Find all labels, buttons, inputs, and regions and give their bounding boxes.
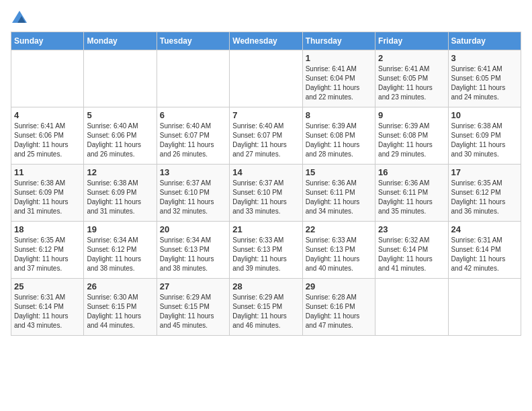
day-number: 8 — [306, 110, 372, 120]
day-info: Sunrise: 6:38 AM Sunset: 6:09 PM Dayligh… — [451, 122, 518, 159]
calendar-day-cell: 12Sunrise: 6:38 AM Sunset: 6:09 PM Dayli… — [84, 165, 157, 222]
day-number: 2 — [378, 53, 445, 63]
day-info: Sunrise: 6:29 AM Sunset: 6:15 PM Dayligh… — [232, 293, 299, 330]
calendar-day-cell — [375, 279, 448, 336]
calendar-day-cell: 27Sunrise: 6:29 AM Sunset: 6:15 PM Dayli… — [157, 279, 229, 336]
calendar-day-cell: 8Sunrise: 6:39 AM Sunset: 6:08 PM Daylig… — [302, 107, 375, 165]
calendar-day-cell: 6Sunrise: 6:40 AM Sunset: 6:07 PM Daylig… — [157, 107, 229, 165]
day-info: Sunrise: 6:37 AM Sunset: 6:10 PM Dayligh… — [232, 179, 299, 216]
calendar-day-cell: 19Sunrise: 6:34 AM Sunset: 6:12 PM Dayli… — [84, 222, 157, 279]
calendar-day-cell: 21Sunrise: 6:33 AM Sunset: 6:13 PM Dayli… — [230, 222, 302, 279]
calendar-header-row: SundayMondayTuesdayWednesdayThursdayFrid… — [11, 32, 521, 50]
logo — [11, 11, 27, 26]
day-info: Sunrise: 6:39 AM Sunset: 6:08 PM Dayligh… — [378, 122, 445, 159]
calendar-day-cell: 9Sunrise: 6:39 AM Sunset: 6:08 PM Daylig… — [375, 107, 448, 165]
calendar-day-cell: 1Sunrise: 6:41 AM Sunset: 6:04 PM Daylig… — [302, 50, 375, 107]
day-info: Sunrise: 6:33 AM Sunset: 6:13 PM Dayligh… — [232, 236, 299, 273]
day-number: 21 — [232, 224, 299, 234]
calendar-week-row: 1Sunrise: 6:41 AM Sunset: 6:04 PM Daylig… — [11, 50, 521, 107]
day-number: 27 — [160, 281, 226, 291]
day-info: Sunrise: 6:37 AM Sunset: 6:10 PM Dayligh… — [160, 179, 226, 216]
calendar-day-cell — [11, 50, 84, 107]
calendar-day-cell: 26Sunrise: 6:30 AM Sunset: 6:15 PM Dayli… — [84, 279, 157, 336]
day-number: 18 — [14, 224, 81, 234]
logo-icon — [12, 11, 27, 23]
day-number: 29 — [306, 281, 372, 291]
day-info: Sunrise: 6:31 AM Sunset: 6:14 PM Dayligh… — [451, 236, 518, 273]
calendar-day-cell: 23Sunrise: 6:32 AM Sunset: 6:14 PM Dayli… — [375, 222, 448, 279]
day-info: Sunrise: 6:29 AM Sunset: 6:15 PM Dayligh… — [160, 293, 226, 330]
day-number: 22 — [306, 224, 372, 234]
calendar-week-row: 18Sunrise: 6:35 AM Sunset: 6:12 PM Dayli… — [11, 222, 521, 279]
day-info: Sunrise: 6:36 AM Sunset: 6:11 PM Dayligh… — [378, 179, 445, 216]
day-number: 24 — [451, 224, 518, 234]
day-info: Sunrise: 6:40 AM Sunset: 6:07 PM Dayligh… — [160, 122, 226, 159]
calendar-day-cell: 11Sunrise: 6:38 AM Sunset: 6:09 PM Dayli… — [11, 165, 84, 222]
day-number: 26 — [87, 281, 153, 291]
day-of-week-header: Friday — [375, 32, 448, 50]
calendar-table: SundayMondayTuesdayWednesdayThursdayFrid… — [11, 32, 521, 336]
calendar-day-cell: 17Sunrise: 6:35 AM Sunset: 6:12 PM Dayli… — [448, 165, 521, 222]
day-info: Sunrise: 6:33 AM Sunset: 6:13 PM Dayligh… — [306, 236, 372, 273]
day-number: 6 — [160, 110, 226, 120]
day-of-week-header: Monday — [84, 32, 157, 50]
calendar-day-cell — [230, 50, 302, 107]
day-info: Sunrise: 6:41 AM Sunset: 6:05 PM Dayligh… — [378, 64, 445, 102]
day-number: 9 — [378, 110, 445, 120]
day-of-week-header: Thursday — [302, 32, 375, 50]
calendar-week-row: 11Sunrise: 6:38 AM Sunset: 6:09 PM Dayli… — [11, 165, 521, 222]
day-number: 19 — [87, 224, 153, 234]
calendar-day-cell: 4Sunrise: 6:41 AM Sunset: 6:06 PM Daylig… — [11, 107, 84, 165]
calendar-week-row: 25Sunrise: 6:31 AM Sunset: 6:14 PM Dayli… — [11, 279, 521, 336]
calendar-day-cell — [84, 50, 157, 107]
day-of-week-header: Saturday — [448, 32, 521, 50]
day-info: Sunrise: 6:40 AM Sunset: 6:06 PM Dayligh… — [87, 122, 153, 159]
day-number: 25 — [14, 281, 81, 291]
day-info: Sunrise: 6:32 AM Sunset: 6:14 PM Dayligh… — [378, 236, 445, 273]
calendar-day-cell: 2Sunrise: 6:41 AM Sunset: 6:05 PM Daylig… — [375, 50, 448, 107]
day-info: Sunrise: 6:35 AM Sunset: 6:12 PM Dayligh… — [14, 236, 81, 273]
day-number: 14 — [232, 167, 299, 177]
day-number: 12 — [87, 167, 153, 177]
day-number: 11 — [14, 167, 81, 177]
calendar-day-cell: 25Sunrise: 6:31 AM Sunset: 6:14 PM Dayli… — [11, 279, 84, 336]
calendar-day-cell: 20Sunrise: 6:34 AM Sunset: 6:13 PM Dayli… — [157, 222, 229, 279]
day-of-week-header: Tuesday — [157, 32, 229, 50]
day-of-week-header: Sunday — [11, 32, 84, 50]
day-info: Sunrise: 6:38 AM Sunset: 6:09 PM Dayligh… — [87, 179, 153, 216]
day-number: 20 — [160, 224, 226, 234]
day-info: Sunrise: 6:34 AM Sunset: 6:13 PM Dayligh… — [160, 236, 226, 273]
day-number: 17 — [451, 167, 518, 177]
day-info: Sunrise: 6:30 AM Sunset: 6:15 PM Dayligh… — [87, 293, 153, 330]
day-info: Sunrise: 6:38 AM Sunset: 6:09 PM Dayligh… — [14, 179, 81, 216]
calendar-day-cell: 3Sunrise: 6:41 AM Sunset: 6:05 PM Daylig… — [448, 50, 521, 107]
calendar-week-row: 4Sunrise: 6:41 AM Sunset: 6:06 PM Daylig… — [11, 107, 521, 165]
day-number: 13 — [160, 167, 226, 177]
day-number: 4 — [14, 110, 81, 120]
calendar-day-cell: 15Sunrise: 6:36 AM Sunset: 6:11 PM Dayli… — [302, 165, 375, 222]
calendar-day-cell: 22Sunrise: 6:33 AM Sunset: 6:13 PM Dayli… — [302, 222, 375, 279]
calendar-day-cell — [448, 279, 521, 336]
header — [11, 11, 521, 26]
calendar-day-cell: 13Sunrise: 6:37 AM Sunset: 6:10 PM Dayli… — [157, 165, 229, 222]
calendar-day-cell: 7Sunrise: 6:40 AM Sunset: 6:07 PM Daylig… — [230, 107, 302, 165]
day-number: 5 — [87, 110, 153, 120]
day-number: 15 — [306, 167, 372, 177]
day-number: 10 — [451, 110, 518, 120]
day-info: Sunrise: 6:41 AM Sunset: 6:06 PM Dayligh… — [14, 122, 81, 159]
day-info: Sunrise: 6:41 AM Sunset: 6:04 PM Dayligh… — [306, 64, 372, 102]
calendar-day-cell — [157, 50, 229, 107]
day-number: 28 — [232, 281, 299, 291]
day-info: Sunrise: 6:41 AM Sunset: 6:05 PM Dayligh… — [451, 64, 518, 102]
day-number: 1 — [306, 53, 372, 63]
calendar-day-cell: 18Sunrise: 6:35 AM Sunset: 6:12 PM Dayli… — [11, 222, 84, 279]
calendar-day-cell: 24Sunrise: 6:31 AM Sunset: 6:14 PM Dayli… — [448, 222, 521, 279]
calendar-day-cell: 29Sunrise: 6:28 AM Sunset: 6:16 PM Dayli… — [302, 279, 375, 336]
day-info: Sunrise: 6:39 AM Sunset: 6:08 PM Dayligh… — [306, 122, 372, 159]
day-number: 23 — [378, 224, 445, 234]
day-of-week-header: Wednesday — [230, 32, 302, 50]
day-info: Sunrise: 6:35 AM Sunset: 6:12 PM Dayligh… — [451, 179, 518, 216]
calendar-day-cell: 14Sunrise: 6:37 AM Sunset: 6:10 PM Dayli… — [230, 165, 302, 222]
day-info: Sunrise: 6:36 AM Sunset: 6:11 PM Dayligh… — [306, 179, 372, 216]
calendar-day-cell: 16Sunrise: 6:36 AM Sunset: 6:11 PM Dayli… — [375, 165, 448, 222]
